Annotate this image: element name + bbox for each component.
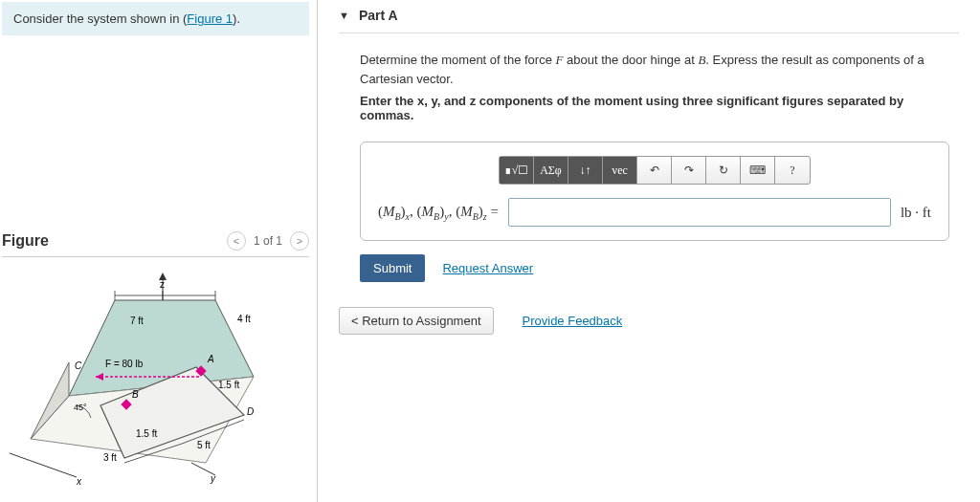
svg-text:x: x: [76, 476, 82, 487]
svg-text:45°: 45°: [74, 403, 87, 412]
figure-diagram: z 7 ft 4 ft C F = 80 lb A 1.5 ft D B 45°…: [10, 267, 309, 490]
prompt-prefix: Consider the system shown in (: [13, 11, 187, 26]
figure-link[interactable]: Figure 1: [187, 11, 233, 26]
prompt-suffix: ).: [233, 11, 240, 26]
keyboard-button[interactable]: ⌨: [741, 157, 775, 184]
answer-label: (MB)x, (MB)y, (MB)z =: [378, 204, 499, 222]
template-button[interactable]: ∎√☐: [500, 157, 534, 184]
svg-line-6: [10, 453, 77, 477]
svg-text:B: B: [132, 389, 139, 400]
svg-text:1.5 ft: 1.5 ft: [218, 380, 239, 390]
svg-text:3 ft: 3 ft: [103, 452, 117, 463]
part-header: ▼ Part A: [339, 0, 959, 33]
request-answer-link[interactable]: Request Answer: [442, 261, 533, 275]
help-button[interactable]: ?: [775, 157, 810, 184]
submit-row: Submit Request Answer: [360, 254, 949, 282]
figure-next-button[interactable]: >: [290, 231, 309, 251]
problem-prompt: Consider the system shown in (Figure 1).: [2, 2, 309, 35]
svg-text:y: y: [210, 473, 216, 484]
svg-text:F = 80 lb: F = 80 lb: [105, 359, 144, 369]
svg-text:z: z: [160, 279, 165, 290]
figure-title: Figure: [2, 232, 49, 250]
feedback-link[interactable]: Provide Feedback: [523, 314, 623, 328]
part-instructions: Enter the x, y, and z components of the …: [360, 94, 949, 122]
figure-nav: < 1 of 1 >: [227, 231, 309, 251]
svg-text:D: D: [247, 406, 254, 417]
svg-text:4 ft: 4 ft: [237, 314, 251, 324]
answer-input[interactable]: [508, 198, 891, 227]
svg-text:A: A: [207, 354, 214, 364]
svg-text:C: C: [75, 360, 82, 371]
svg-text:5 ft: 5 ft: [197, 440, 211, 450]
part-description: Determine the moment of the force F abou…: [360, 51, 949, 88]
answer-box: ∎√☐ ΑΣφ ↓↑ vec ↶ ↷ ↻ ⌨ ? (MB)x, (MB)y, (…: [360, 142, 949, 241]
greek-button[interactable]: ΑΣφ: [534, 157, 568, 184]
equation-toolbar: ∎√☐ ΑΣφ ↓↑ vec ↶ ↷ ↻ ⌨ ?: [499, 156, 811, 185]
collapse-icon[interactable]: ▼: [339, 10, 349, 21]
svg-text:7 ft: 7 ft: [130, 316, 144, 326]
footer-row: < Return to Assignment Provide Feedback: [339, 307, 959, 335]
figure-header: Figure < 1 of 1 >: [2, 231, 309, 257]
return-button[interactable]: < Return to Assignment: [339, 307, 494, 335]
answer-unit: lb · ft: [901, 205, 931, 221]
part-title: Part A: [359, 8, 398, 23]
reset-button[interactable]: ↻: [706, 157, 741, 184]
vec-button[interactable]: vec: [603, 157, 637, 184]
undo-button[interactable]: ↶: [637, 157, 672, 184]
figure-prev-button[interactable]: <: [227, 231, 246, 251]
redo-button[interactable]: ↷: [672, 157, 706, 184]
answer-input-row: (MB)x, (MB)y, (MB)z = lb · ft: [378, 198, 931, 227]
svg-text:1.5 ft: 1.5 ft: [136, 428, 157, 439]
submit-button[interactable]: Submit: [360, 254, 425, 282]
figure-counter: 1 of 1: [254, 234, 282, 248]
subscript-button[interactable]: ↓↑: [568, 157, 603, 184]
